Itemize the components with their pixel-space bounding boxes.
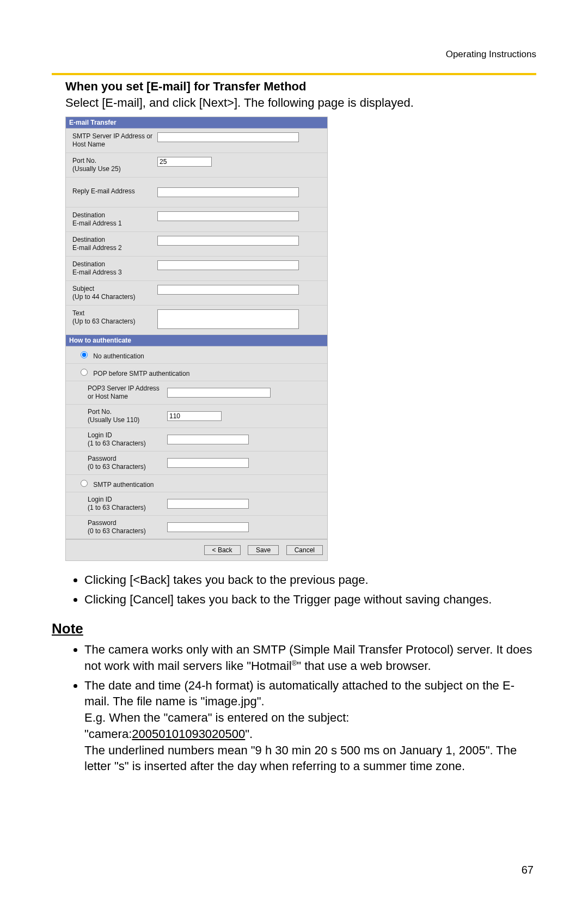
dest2-label: Destination E-mail Address 2 [72, 236, 157, 252]
row-dest1: Destination E-mail Address 1 [66, 208, 327, 232]
note-2a: The date and time (24-h format) is autom… [84, 679, 514, 709]
radio-smtp-auth-label: SMTP authentication [93, 481, 154, 489]
smtp-input[interactable] [157, 132, 299, 142]
reply-label: Reply E-mail Address [72, 187, 157, 196]
row-pop3-host: POP3 Server IP Address or Host Name [66, 381, 327, 405]
note-1b: " that use a web browser. [297, 659, 431, 673]
pop-login-input[interactable] [167, 435, 249, 444]
note-2: The date and time (24-h format) is autom… [84, 678, 536, 774]
dest1-label: Destination E-mail Address 1 [72, 211, 157, 228]
section-title-auth: How to authenticate [66, 335, 327, 346]
smtp-pass-input[interactable] [167, 522, 249, 532]
radio-no-auth-label: No authentication [93, 352, 144, 360]
pop3-host-label: POP3 Server IP Address or Host Name [88, 385, 167, 401]
pop3-port-label: Port No. (Usually Use 110) [88, 408, 167, 424]
dest3-input[interactable] [157, 260, 299, 270]
note-bullets: The camera works only with an SMTP (Simp… [84, 642, 536, 774]
row-dest2: Destination E-mail Address 2 [66, 232, 327, 257]
port-input[interactable] [157, 157, 212, 167]
email-transfer-panel: E-mail Transfer SMTP Server IP Address o… [65, 117, 328, 561]
pop-login-label: Login ID (1 to 63 Characters) [88, 431, 167, 448]
save-button[interactable]: Save [248, 545, 279, 555]
pop-pass-input[interactable] [167, 458, 249, 468]
pop3-port-input[interactable] [167, 411, 222, 421]
note-1: The camera works only with an SMTP (Simp… [84, 642, 536, 674]
row-smtp: SMTP Server IP Address or Host Name [66, 129, 327, 153]
text-label: Text (Up to 63 Characters) [72, 309, 157, 326]
row-smtp-pass: Password (0 to 63 Characters) [66, 516, 327, 539]
page-header-right: Operating Instructions [52, 49, 536, 60]
pop-pass-label: Password (0 to 63 Characters) [88, 455, 167, 471]
radio-row-smtp: SMTP authentication [66, 475, 327, 492]
dest2-input[interactable] [157, 236, 299, 246]
subject-label: Subject (Up to 44 Characters) [72, 285, 157, 301]
section-heading: When you set [E-mail] for Transfer Metho… [65, 80, 536, 94]
smtp-login-label: Login ID (1 to 63 Characters) [88, 496, 167, 512]
page-number: 67 [522, 864, 534, 876]
cancel-button[interactable]: Cancel [286, 545, 323, 555]
radio-no-auth[interactable] [81, 351, 88, 358]
row-dest3: Destination E-mail Address 3 [66, 257, 327, 281]
back-button[interactable]: < Back [204, 545, 241, 555]
note-2c-pre: "camera: [84, 727, 132, 741]
note-2b: E.g. When the "camera" is entered on the… [84, 711, 349, 724]
bullet-back: Clicking [<Back] takes you back to the p… [84, 572, 536, 588]
note-heading: Note [52, 620, 536, 637]
port-label: Port No. (Usually Use 25) [72, 157, 157, 173]
intro-text: Select [E-mail], and click [Next>]. The … [65, 96, 536, 110]
button-bar: < Back Save Cancel [66, 539, 327, 560]
subject-input[interactable] [157, 285, 299, 295]
row-pop-pass: Password (0 to 63 Characters) [66, 452, 327, 475]
radio-pop-label: POP before SMTP authentication [93, 370, 189, 377]
bullet-cancel: Clicking [Cancel] takes you back to the … [84, 591, 536, 608]
radio-row-none: No authentication [66, 346, 327, 364]
row-smtp-login: Login ID (1 to 63 Characters) [66, 492, 327, 516]
row-subject: Subject (Up to 44 Characters) [66, 281, 327, 306]
document-page: Operating Instructions When you set [E-m… [0, 0, 588, 909]
text-input[interactable] [157, 309, 299, 329]
row-port: Port No. (Usually Use 25) [66, 153, 327, 178]
note-2d: The underlined numbers mean "9 h 30 min … [84, 743, 517, 773]
smtp-login-input[interactable] [167, 499, 249, 509]
note-2c-underlined: 20050101093020500 [132, 727, 245, 741]
dest1-input[interactable] [157, 211, 299, 221]
row-text: Text (Up to 63 Characters) [66, 306, 327, 335]
registered-icon: ® [292, 659, 297, 667]
smtp-pass-label: Password (0 to 63 Characters) [88, 519, 167, 535]
row-pop3-port: Port No. (Usually Use 110) [66, 405, 327, 428]
note-2c-post: ". [245, 727, 253, 741]
radio-row-pop: POP before SMTP authentication [66, 364, 327, 381]
section-title-email: E-mail Transfer [66, 117, 327, 129]
pop3-host-input[interactable] [167, 388, 271, 398]
radio-pop-before-smtp[interactable] [81, 369, 88, 376]
radio-smtp-auth[interactable] [81, 480, 88, 487]
row-pop-login: Login ID (1 to 63 Characters) [66, 428, 327, 452]
row-reply: Reply E-mail Address [66, 178, 327, 208]
top-rule [52, 73, 536, 75]
dest3-label: Destination E-mail Address 3 [72, 260, 157, 277]
smtp-label: SMTP Server IP Address or Host Name [72, 132, 157, 149]
action-bullets: Clicking [<Back] takes you back to the p… [84, 572, 536, 607]
reply-input[interactable] [157, 187, 299, 197]
